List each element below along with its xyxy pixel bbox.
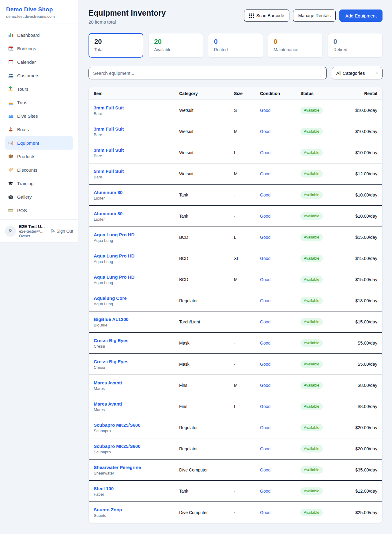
item-link[interactable]: Cressi Big Eyes [94, 338, 128, 343]
stat-card-rented[interactable]: 0 Rented [208, 33, 263, 58]
condition-link[interactable]: Good [260, 510, 270, 515]
manage-rentals-button[interactable]: Manage Rentals [293, 10, 336, 22]
sign-out-button[interactable]: Sign Out [50, 229, 73, 234]
scan-barcode-button[interactable]: Scan Barcode [244, 10, 289, 22]
table-body: 3mm Full Suit Bare Wetsuit S Good Availa… [89, 100, 382, 523]
item-brand: Bare [94, 154, 179, 158]
sidebar-item-equipment[interactable]: Equipment [5, 136, 73, 150]
page-header: Equipment Inventory 20 items total Scan … [89, 9, 383, 25]
calendar-pad-icon [8, 59, 13, 65]
condition-link[interactable]: Good [260, 193, 270, 197]
status-cell: Available [300, 276, 346, 283]
condition-link[interactable]: Good [260, 319, 270, 324]
sidebar-item-pos[interactable]: POS [5, 204, 73, 217]
stat-card-available[interactable]: 20 Available [148, 33, 203, 58]
category-cell: BCD [179, 256, 234, 261]
sign-out-icon [50, 229, 55, 234]
item-link[interactable]: Aqua Lung Pro HD [94, 274, 134, 280]
item-link[interactable]: BigBlue AL1200 [94, 317, 129, 322]
sidebar-item-dive-sites[interactable]: Dive Sites [5, 109, 73, 123]
condition-link[interactable]: Good [260, 425, 270, 430]
condition-link[interactable]: Good [260, 298, 270, 303]
sidebar-item-discounts[interactable]: Discounts [5, 163, 73, 177]
item-link[interactable]: Scubapro MK25/S600 [94, 444, 141, 449]
condition-cell: Good [260, 425, 300, 430]
item-brand: Bare [94, 111, 179, 116]
category-cell: Regulator [179, 425, 234, 430]
sidebar-item-tours[interactable]: Tours [5, 82, 73, 96]
stat-card-retired[interactable]: 0 Retired [328, 33, 383, 58]
item-link[interactable]: Mares Avanti [94, 380, 122, 385]
sidebar-item-dashboard[interactable]: Dashboard [5, 28, 73, 42]
condition-link[interactable]: Good [260, 108, 270, 113]
rental-cell: $12.00/day [346, 489, 377, 494]
item-link[interactable]: 3mm Full Suit [94, 105, 124, 110]
category-select[interactable]: All Categories [332, 67, 383, 79]
sidebar-item-boats[interactable]: Boats [5, 123, 73, 136]
item-link[interactable]: Aqualung Core [94, 296, 127, 301]
item-link[interactable]: Scubapro MK25/S600 [94, 422, 141, 428]
status-cell: Available [300, 149, 346, 156]
status-badge: Available [300, 466, 323, 474]
item-link[interactable]: Suunto Zoop [94, 507, 122, 512]
category-cell: BCD [179, 235, 234, 240]
condition-link[interactable]: Good [260, 256, 270, 261]
camera-icon [8, 194, 13, 200]
stat-card-total[interactable]: 20 Total [89, 33, 143, 58]
item-brand: Mares [94, 386, 179, 391]
condition-link[interactable]: Good [260, 467, 270, 472]
condition-link[interactable]: Good [260, 129, 270, 134]
item-link[interactable]: 5mm Full Suit [94, 169, 124, 174]
item-link[interactable]: Aqua Lung Pro HD [94, 232, 134, 237]
sidebar-item-gallery[interactable]: Gallery [5, 190, 73, 204]
sidebar-nav: Dashboard 17 Bookings Calendar Customers… [0, 24, 78, 219]
condition-link[interactable]: Good [260, 341, 270, 345]
item-link[interactable]: Aluminum 80 [94, 211, 123, 216]
item-cell: Shearwater Peregrine Shearwater [94, 465, 179, 475]
condition-link[interactable]: Good [260, 362, 270, 367]
condition-link[interactable]: Good [260, 277, 270, 282]
dive-mask-icon [8, 140, 13, 146]
item-link[interactable]: Cressi Big Eyes [94, 359, 128, 364]
item-link[interactable]: Steel 100 [94, 486, 114, 491]
search-input[interactable] [89, 67, 327, 79]
condition-link[interactable]: Good [260, 235, 270, 240]
sidebar-item-products[interactable]: Products [5, 150, 73, 163]
stat-label: Maintenance [274, 47, 317, 52]
item-link[interactable]: 3mm Full Suit [94, 147, 124, 153]
item-link[interactable]: Aluminum 80 [94, 190, 123, 195]
rental-cell: $15.00/day [346, 235, 377, 240]
stat-card-maintenance[interactable]: 0 Maintenance [268, 33, 323, 58]
item-link[interactable]: 3mm Full Suit [94, 126, 124, 132]
size-cell: - [234, 362, 260, 367]
category-cell: Wetsuit [179, 150, 234, 155]
condition-link[interactable]: Good [260, 404, 270, 409]
item-link[interactable]: Aqua Lung Pro HD [94, 253, 134, 258]
condition-link[interactable]: Good [260, 383, 270, 388]
category-cell: Tank [179, 489, 234, 494]
add-equipment-button[interactable]: Add Equipment [339, 10, 383, 22]
sidebar-item-bookings[interactable]: 17 Bookings [5, 42, 73, 55]
condition-link[interactable]: Good [260, 446, 270, 451]
sidebar-item-customers[interactable]: Customers [5, 69, 73, 82]
category-cell: Mask [179, 341, 234, 345]
table-row: Aluminum 80 Luxfer Tank - Good Available… [89, 185, 382, 206]
column-header-status: Status [300, 91, 346, 96]
brand-name[interactable]: Demo Dive Shop [6, 6, 72, 13]
stat-value: 0 [334, 38, 377, 46]
condition-cell: Good [260, 235, 300, 240]
condition-link[interactable]: Good [260, 214, 270, 219]
condition-link[interactable]: Good [260, 171, 270, 176]
svg-text:17: 17 [9, 48, 12, 50]
item-link[interactable]: Mares Avanti [94, 401, 122, 406]
condition-cell: Good [260, 129, 300, 134]
table-row: Aqualung Core Aqua Lung Regulator - Good… [89, 290, 382, 311]
table-row: Cressi Big Eyes Cressi Mask - Good Avail… [89, 354, 382, 375]
sidebar-item-trips[interactable]: Trips [5, 96, 73, 109]
item-link[interactable]: Shearwater Peregrine [94, 465, 141, 470]
condition-link[interactable]: Good [260, 150, 270, 155]
item-brand: Mares [94, 407, 179, 412]
sidebar-item-training[interactable]: Training [5, 177, 73, 190]
condition-link[interactable]: Good [260, 489, 270, 494]
sidebar-item-calendar[interactable]: Calendar [5, 55, 73, 69]
